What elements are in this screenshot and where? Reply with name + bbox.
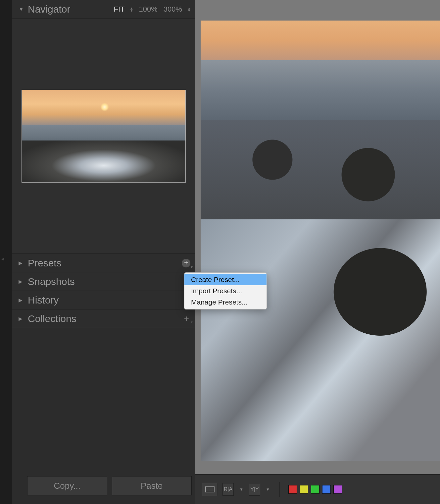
before-after-dropdown-icon[interactable]: ▼ bbox=[238, 487, 244, 492]
collections-panel-header[interactable]: ▶ Collections +▾ bbox=[12, 309, 195, 328]
expand-left-chevron-icon[interactable]: ◂ bbox=[1, 255, 4, 262]
before-after-ra-label: R|A bbox=[222, 483, 234, 496]
navigator-zoom-controls: FIT ▴▾ 100% 300% ▴▾ bbox=[114, 5, 190, 14]
before-after-yy-label: Y|Y bbox=[249, 483, 260, 496]
loupe-view-button[interactable] bbox=[202, 483, 218, 496]
main-image-preview[interactable] bbox=[201, 21, 440, 461]
before-after-split-1[interactable]: R|A bbox=[222, 483, 234, 496]
presets-context-menu: Create Preset... Import Presets... Manag… bbox=[184, 272, 267, 309]
color-label-purple[interactable] bbox=[333, 485, 342, 494]
snapshots-panel-header[interactable]: ▶ Snapshots bbox=[12, 272, 195, 291]
develop-footer-buttons: Copy... Paste bbox=[27, 476, 192, 495]
before-after-split-2[interactable]: Y|Y bbox=[249, 483, 260, 496]
history-panel-header[interactable]: ▶ History bbox=[12, 291, 195, 309]
add-collection-button[interactable]: +▾ bbox=[184, 313, 190, 324]
copy-button[interactable]: Copy... bbox=[27, 476, 107, 495]
expand-triangle-icon: ▶ bbox=[19, 279, 23, 285]
left-edge-strip: ◂ bbox=[0, 0, 12, 504]
zoom-100[interactable]: 100% bbox=[139, 5, 157, 14]
history-title: History bbox=[28, 295, 190, 306]
expand-triangle-icon: ▶ bbox=[19, 316, 23, 322]
collections-title: Collections bbox=[28, 313, 184, 324]
menu-item-create-preset[interactable]: Create Preset... bbox=[184, 274, 267, 285]
zoom-300[interactable]: 300% bbox=[164, 5, 182, 14]
menu-item-manage-presets[interactable]: Manage Presets... bbox=[184, 297, 267, 308]
menu-item-import-presets[interactable]: Import Presets... bbox=[184, 285, 267, 297]
expand-triangle-icon: ▶ bbox=[19, 297, 23, 303]
navigator-title: Navigator bbox=[28, 4, 70, 15]
navigator-preview-thumbnail[interactable] bbox=[22, 90, 186, 183]
add-preset-button[interactable]: +▾ bbox=[182, 259, 190, 267]
snapshots-title: Snapshots bbox=[28, 276, 190, 287]
color-label-swatches bbox=[288, 485, 342, 494]
color-label-blue[interactable] bbox=[322, 485, 331, 494]
develop-toolbar: R|A ▼ Y|Y ▼ bbox=[195, 474, 440, 504]
panel-content: ▼ Navigator FIT ▴▾ 100% 300% ▴▾ ▶ Preset… bbox=[12, 0, 195, 504]
color-label-red[interactable] bbox=[288, 485, 297, 494]
color-label-yellow[interactable] bbox=[300, 485, 308, 494]
color-label-green[interactable] bbox=[311, 485, 319, 494]
before-after-dropdown-2-icon[interactable]: ▼ bbox=[265, 487, 271, 492]
paste-button[interactable]: Paste bbox=[112, 476, 192, 495]
zoom-fit[interactable]: FIT bbox=[114, 5, 124, 14]
presets-title: Presets bbox=[28, 257, 182, 269]
zoom-fit-stepper-icon[interactable]: ▴▾ bbox=[130, 7, 133, 12]
presets-panel-header[interactable]: ▶ Presets +▾ bbox=[12, 254, 195, 272]
main-canvas-area bbox=[195, 0, 440, 504]
navigator-panel-header[interactable]: ▼ Navigator FIT ▴▾ 100% 300% ▴▾ bbox=[12, 0, 195, 19]
navigator-preview-area bbox=[12, 19, 195, 254]
toolbar-separator bbox=[279, 482, 280, 497]
expand-triangle-icon: ▶ bbox=[19, 260, 23, 266]
zoom-stepper-icon[interactable]: ▴▾ bbox=[188, 7, 190, 12]
left-panel: ◂ ▼ Navigator FIT ▴▾ 100% 300% ▴▾ ▶ Pr bbox=[0, 0, 195, 504]
collapse-triangle-icon: ▼ bbox=[19, 6, 23, 12]
